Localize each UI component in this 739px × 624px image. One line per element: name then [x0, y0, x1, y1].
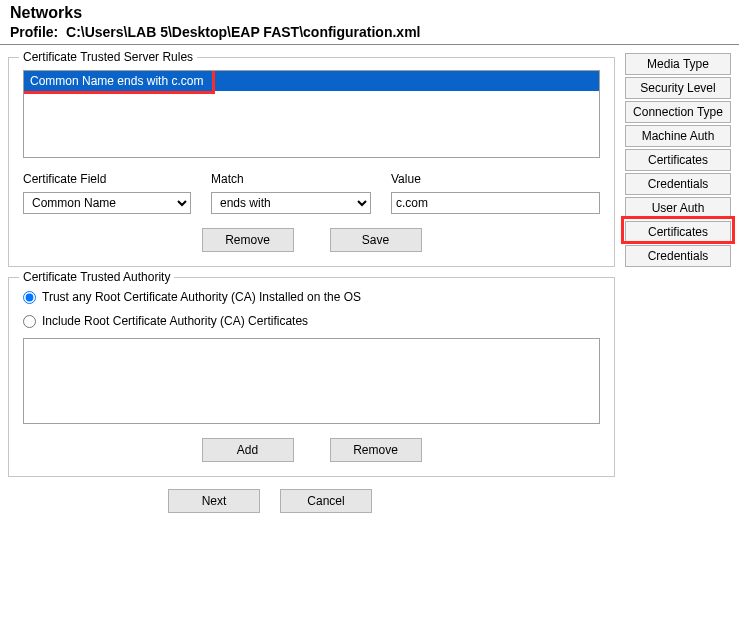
profile-label: Profile:	[10, 24, 58, 40]
side-machine-auth[interactable]: Machine Auth	[625, 125, 731, 147]
page-title: Networks	[10, 4, 729, 22]
field-select[interactable]: Common Name	[23, 192, 191, 214]
match-select[interactable]: ends with	[211, 192, 371, 214]
include-radio-row[interactable]: Include Root Certificate Authority (CA) …	[23, 314, 600, 328]
value-label: Value	[391, 172, 600, 186]
remove-authority-button[interactable]: Remove	[330, 438, 422, 462]
save-rule-button[interactable]: Save	[330, 228, 422, 252]
add-authority-button[interactable]: Add	[202, 438, 294, 462]
remove-rule-button[interactable]: Remove	[202, 228, 294, 252]
side-security-level[interactable]: Security Level	[625, 77, 731, 99]
match-label: Match	[211, 172, 371, 186]
side-certificates-machine[interactable]: Certificates	[625, 149, 731, 171]
profile-path: C:\Users\LAB 5\Desktop\EAP FAST\configur…	[66, 24, 420, 40]
cancel-button[interactable]: Cancel	[280, 489, 372, 513]
rules-list[interactable]: Common Name ends with c.com	[23, 70, 600, 158]
side-credentials-machine[interactable]: Credentials	[625, 173, 731, 195]
authority-list[interactable]	[23, 338, 600, 424]
divider	[0, 44, 739, 45]
value-input[interactable]	[391, 192, 600, 214]
next-button[interactable]: Next	[168, 489, 260, 513]
trust-any-radio-row[interactable]: Trust any Root Certificate Authority (CA…	[23, 290, 600, 304]
side-certificates-user[interactable]: Certificates	[625, 221, 731, 243]
authority-fieldset: Certificate Trusted Authority Trust any …	[8, 277, 615, 477]
side-credentials-user[interactable]: Credentials	[625, 245, 731, 267]
authority-legend: Certificate Trusted Authority	[19, 270, 174, 284]
side-media-type[interactable]: Media Type	[625, 53, 731, 75]
side-nav: Media Type Security Level Connection Typ…	[625, 51, 731, 267]
trust-any-label: Trust any Root Certificate Authority (CA…	[42, 290, 361, 304]
side-connection-type[interactable]: Connection Type	[625, 101, 731, 123]
trust-any-radio[interactable]	[23, 291, 36, 304]
include-radio[interactable]	[23, 315, 36, 328]
rule-item[interactable]: Common Name ends with c.com	[24, 71, 599, 91]
include-label: Include Root Certificate Authority (CA) …	[42, 314, 308, 328]
rules-legend: Certificate Trusted Server Rules	[19, 50, 197, 64]
field-label: Certificate Field	[23, 172, 191, 186]
side-user-auth[interactable]: User Auth	[625, 197, 731, 219]
rules-fieldset: Certificate Trusted Server Rules Common …	[8, 57, 615, 267]
